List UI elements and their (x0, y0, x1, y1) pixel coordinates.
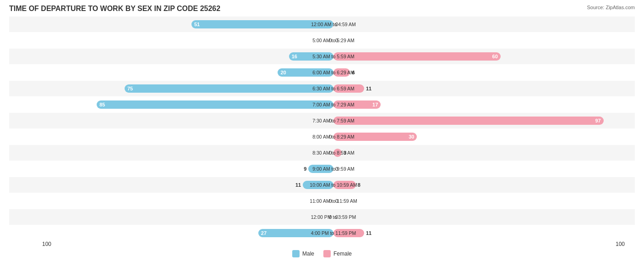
chart-row: 0 12:00 PM to 3:59 PM 0 (9, 209, 635, 225)
male-zero: 0 (329, 150, 332, 156)
legend-female-box (323, 250, 331, 257)
female-bar (333, 149, 342, 157)
male-bar-container: 0 (55, 148, 333, 158)
male-zero: 0 (329, 214, 332, 220)
male-bar-container: 20 (55, 67, 333, 78)
female-bar-container: 0 (333, 212, 612, 222)
legend-male-box (292, 250, 300, 257)
female-bar-container: 97 (333, 116, 612, 126)
female-bar (333, 229, 364, 237)
female-value-outside: 6 (352, 70, 355, 75)
female-bar (333, 181, 356, 189)
male-bar: 16 (289, 52, 333, 61)
bars-area: 0 12:00 PM to 3:59 PM 0 (55, 209, 612, 225)
male-bar-label: 51 (194, 22, 200, 27)
chart-row: 0 8:30 AM to 8:59 AM 3 (9, 145, 635, 161)
bars-area: 27 4:00 PM to 11:59 PM 11 (55, 225, 612, 241)
male-bar: 27 (258, 229, 333, 237)
chart-row: 27 4:00 PM to 11:59 PM 11 (9, 225, 635, 241)
axis-right: 100 (612, 241, 635, 247)
female-zero: 0 (335, 22, 338, 27)
female-bar-label: 97 (595, 118, 601, 123)
male-bar-container: 0 (55, 35, 333, 45)
chart-row: 51 12:00 AM to 4:59 AM 0 (9, 17, 635, 32)
female-bar: 30 (333, 133, 417, 141)
male-bar-container: 9 (55, 164, 333, 174)
bars-area: 75 6:30 AM to 6:59 AM 11 (55, 81, 612, 96)
female-bar: 60 (333, 52, 501, 61)
female-bar-container: 17 (333, 100, 612, 110)
female-value-outside: 8 (358, 182, 360, 188)
female-bar-container: 0 (333, 35, 612, 45)
female-bar (333, 68, 350, 77)
bars-area: 0 8:00 AM to 8:29 AM 30 (55, 129, 612, 145)
female-zero: 0 (335, 214, 338, 220)
male-value-outside: 11 (295, 182, 301, 188)
female-zero: 0 (335, 198, 338, 204)
legend: Male Female (9, 250, 635, 257)
male-bar-container: 0 (55, 212, 333, 222)
male-bar: 20 (278, 68, 333, 77)
male-bar-container: 16 (55, 51, 333, 61)
bars-area: 16 5:30 AM to 5:59 AM 60 (55, 49, 612, 64)
chart-row: 16 5:30 AM to 5:59 AM 60 (9, 49, 635, 64)
female-value-outside: 3 (344, 150, 346, 156)
male-bar-label: 27 (261, 230, 267, 236)
male-bar-container: 27 (55, 228, 333, 238)
female-bar-container: 11 (333, 228, 612, 238)
bars-area: 11 10:00 AM to 10:59 AM 8 (55, 177, 612, 193)
female-bar-container: 0 (333, 19, 612, 29)
legend-male: Male (292, 250, 314, 257)
source-text: Source: ZipAtlas.com (587, 5, 635, 10)
bars-area: 0 7:30 AM to 7:59 AM 97 (55, 113, 612, 128)
chart-container: TIME OF DEPARTURE TO WORK BY SEX IN ZIP … (0, 0, 644, 273)
male-bar-container: 75 (55, 84, 333, 94)
male-bar (303, 181, 333, 189)
male-bar-container: 85 (55, 100, 333, 110)
bars-area: 0 5:00 AM to 5:29 AM 0 (55, 33, 612, 48)
chart-row: 0 8:00 AM to 8:29 AM 30 (9, 129, 635, 145)
male-bar-container: 51 (55, 19, 333, 29)
male-bar-label: 16 (292, 54, 297, 59)
bars-area: 0 8:30 AM to 8:59 AM 3 (55, 145, 612, 161)
male-zero: 0 (329, 198, 332, 204)
female-bar-container: 0 (333, 196, 612, 206)
chart-row: 0 11:00 AM to 11:59 AM 0 (9, 193, 635, 209)
female-bar: 17 (333, 100, 381, 109)
female-bar-container: 30 (333, 132, 612, 142)
male-bar: 75 (125, 84, 333, 93)
chart-row: 85 7:00 AM to 7:29 AM 17 (9, 97, 635, 112)
female-value-outside: 11 (366, 230, 371, 236)
legend-male-label: Male (302, 251, 314, 257)
chart-row: 11 10:00 AM to 10:59 AM 8 (9, 177, 635, 193)
bars-area: 51 12:00 AM to 4:59 AM 0 (55, 17, 612, 32)
axis-row: 100 100 (9, 241, 635, 247)
male-bar-label: 85 (99, 102, 105, 107)
chart-title: TIME OF DEPARTURE TO WORK BY SEX IN ZIP … (9, 5, 635, 13)
male-zero: 0 (329, 118, 332, 123)
chart-area: 51 12:00 AM to 4:59 AM 0 0 5:00 AM to 5:… (9, 17, 635, 239)
male-value-outside: 9 (304, 166, 306, 172)
female-bar-container: 3 (333, 148, 612, 158)
female-zero: 0 (335, 166, 338, 172)
female-bar: 97 (333, 117, 604, 125)
chart-row: 9 9:00 AM to 9:59 AM 0 (9, 161, 635, 177)
legend-female-label: Female (333, 251, 352, 257)
male-bar-container: 0 (55, 116, 333, 126)
bars-area: 85 7:00 AM to 7:29 AM 17 (55, 97, 612, 112)
chart-row: 75 6:30 AM to 6:59 AM 11 (9, 81, 635, 96)
axis-left: 100 (9, 241, 55, 247)
female-zero: 0 (335, 38, 338, 43)
female-bar-container: 0 (333, 164, 612, 174)
male-zero: 0 (329, 134, 332, 139)
female-bar-container: 6 (333, 67, 612, 78)
bars-area: 20 6:00 AM to 6:29 AM 6 (55, 65, 612, 80)
male-bar: 85 (97, 100, 333, 109)
bars-area: 9 9:00 AM to 9:59 AM 0 (55, 161, 612, 177)
male-bar-container: 11 (55, 180, 333, 190)
male-bar-container: 0 (55, 132, 333, 142)
bars-area: 0 11:00 AM to 11:59 AM 0 (55, 193, 612, 209)
male-bar-label: 75 (127, 86, 133, 91)
male-bar: 51 (191, 20, 333, 28)
female-bar-container: 11 (333, 84, 612, 94)
